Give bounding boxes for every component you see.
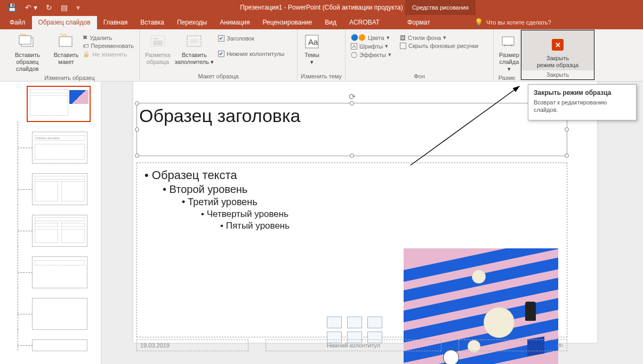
svg-text:Aa: Aa: [308, 37, 318, 46]
preserve-icon: 🔒: [83, 51, 90, 58]
contextual-tools-label: Средства рисования: [405, 0, 476, 15]
tab-format[interactable]: Формат: [401, 16, 437, 29]
svg-rect-10: [502, 37, 514, 45]
start-show-icon[interactable]: ▤: [61, 3, 68, 12]
colors-icon: 🔵🟠: [351, 34, 366, 41]
thumb-layout-3[interactable]: [32, 215, 87, 247]
svg-rect-2: [59, 37, 72, 46]
date-placeholder[interactable]: 19.03.2019: [136, 339, 248, 351]
slide-canvas[interactable]: ⟳ Образец заголовка Образец текста Второ…: [133, 82, 597, 343]
save-icon[interactable]: 💾: [7, 3, 17, 12]
delete-button[interactable]: ✖Удалить: [82, 34, 135, 42]
tell-me-search[interactable]: 💡 Что вы хотите сделать?: [475, 15, 551, 29]
svg-rect-5: [153, 41, 163, 45]
tab-review[interactable]: Рецензирование: [256, 16, 319, 29]
ribbon-tabs: Файл Образец слайдов Главная Вставка Пер…: [0, 15, 643, 29]
close-x-icon: ✕: [552, 39, 564, 51]
hide-background-checkbox[interactable]: Скрыть фоновые рисунки: [399, 42, 479, 50]
title-checkbox[interactable]: ✔Заголовок: [217, 35, 285, 42]
bullet-l1[interactable]: Образец текста: [144, 168, 562, 182]
group-label-background: Фон: [349, 72, 490, 81]
bullet-l3[interactable]: Третий уровень: [144, 197, 562, 208]
thumb-layout-5[interactable]: [32, 298, 87, 330]
group-label-master-layout: Макет образца: [143, 72, 294, 81]
tab-insert[interactable]: Вставка: [134, 16, 171, 29]
tooltip-desc: Возврат к редактированию слайдов.: [534, 99, 631, 114]
bullet-l4[interactable]: Четвертый уровень: [144, 209, 562, 220]
insert-slide-master-button[interactable]: Вставить образец слайдов: [3, 31, 52, 74]
tab-view[interactable]: Вид: [318, 16, 343, 29]
thumb-layout-2[interactable]: [32, 173, 87, 205]
bg-styles-icon: 🖼: [400, 35, 406, 41]
title-bar: 💾 ↶ ▾ ↻ ▤ ▾ Презентация1 - PowerPoint (С…: [0, 0, 643, 15]
redo-icon[interactable]: ↻: [46, 3, 52, 12]
tab-transitions[interactable]: Переходы: [171, 16, 213, 29]
slide-number-placeholder[interactable]: ‹#›: [459, 339, 567, 351]
qat-more-icon[interactable]: ▾: [76, 3, 80, 12]
rename-icon: 🏷: [83, 43, 89, 49]
tab-animations[interactable]: Анимация: [213, 16, 256, 29]
content-placeholder[interactable]: Образец текста Второй уровень Третий уро…: [136, 163, 567, 337]
background-styles-button[interactable]: 🖼Стили фона ▾: [399, 34, 479, 42]
tab-file[interactable]: Файл: [3, 16, 32, 29]
workspace: Образец заголовка: [0, 82, 643, 364]
insert-layout-button[interactable]: Вставить макет: [52, 31, 81, 74]
effects-icon: ◯: [351, 51, 357, 58]
bulb-icon: 💡: [475, 18, 483, 26]
delete-icon: ✖: [83, 34, 87, 41]
svg-rect-4: [153, 38, 158, 39]
group-label-edit-theme: Изменить тему: [301, 72, 342, 81]
slide-size-button[interactable]: Размер слайда ▾: [497, 31, 521, 74]
rotate-handle-icon[interactable]: ⟳: [349, 92, 356, 102]
insert-placeholder-button[interactable]: Вставить заполнитель ▾: [173, 31, 216, 72]
tooltip-close-master: Закрыть режим образца Возврат к редактир…: [528, 84, 637, 120]
svg-rect-1: [19, 36, 31, 44]
tab-slide-master[interactable]: Образец слайдов: [32, 16, 97, 29]
master-layout-button[interactable]: Разметка образца: [143, 31, 173, 72]
footer-placeholder[interactable]: Нижний колонтитул: [266, 339, 441, 351]
slide-thumbnail-panel[interactable]: Образец заголовка: [0, 82, 101, 364]
slide-editor[interactable]: ⟳ Образец заголовка Образец текста Второ…: [101, 82, 643, 364]
thumb-layout-6[interactable]: [32, 339, 87, 351]
thumb-layout-4[interactable]: [32, 256, 87, 288]
bullet-l5[interactable]: Пятый уровень: [144, 221, 562, 231]
close-master-view-group: ✕ Закрыть режим образца Закрыть: [521, 30, 594, 80]
ribbon: Вставить образец слайдов Вставить макет …: [0, 29, 643, 82]
group-label-close: Закрыть: [521, 70, 594, 79]
insert-smartart-icon[interactable]: [367, 317, 382, 328]
svg-rect-7: [190, 39, 198, 43]
rename-button[interactable]: 🏷Переименовать: [82, 42, 135, 50]
preserve-button[interactable]: 🔒Не изменять: [82, 50, 135, 58]
fonts-icon: A: [351, 43, 357, 50]
close-master-view-button[interactable]: ✕ Закрыть режим образца: [521, 30, 594, 70]
undo-icon[interactable]: ↶ ▾: [25, 3, 37, 12]
title-placeholder[interactable]: ⟳ Образец заголовка: [136, 103, 567, 156]
bullet-l2[interactable]: Второй уровень: [144, 183, 562, 196]
tab-acrobat[interactable]: ACROBAT: [343, 16, 386, 29]
themes-button[interactable]: Aa Темы▾: [301, 31, 323, 72]
thumb-master[interactable]: [27, 86, 91, 122]
window-title: Презентация1 - PowerPoint (Сбой активаци…: [240, 4, 403, 11]
insert-chart-icon[interactable]: [347, 317, 362, 328]
tab-home[interactable]: Главная: [97, 16, 134, 29]
tooltip-title: Закрыть режим образца: [534, 89, 631, 96]
title-text[interactable]: Образец заголовка: [137, 103, 567, 126]
effects-button[interactable]: ◯Эффекты ▾: [350, 51, 392, 59]
colors-button[interactable]: 🔵🟠Цвета ▾: [350, 34, 392, 42]
footers-checkbox[interactable]: ✔Нижние колонтитулы: [217, 50, 285, 58]
thumb-layout-1[interactable]: Образец заголовка: [32, 132, 87, 164]
fonts-button[interactable]: AШрифты ▾: [350, 42, 392, 50]
tell-me-label: Что вы хотите сделать?: [486, 19, 551, 26]
insert-table-icon[interactable]: [327, 317, 342, 328]
